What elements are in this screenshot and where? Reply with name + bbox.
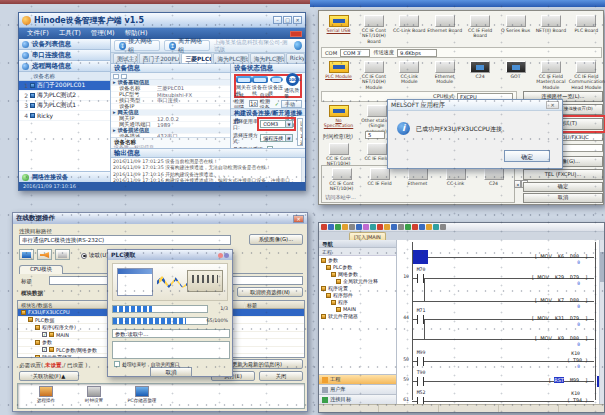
- ladder-rung[interactable]: 61M52K10( T94 )0: [397, 388, 594, 404]
- sidebar-section-0[interactable]: 设备列表信息: [19, 39, 110, 50]
- toolbar-icon[interactable]: [328, 224, 334, 230]
- toolbar-icon[interactable]: [426, 224, 432, 230]
- interface-item[interactable]: Ethernet Module: [427, 61, 462, 85]
- dialog-titlebar[interactable]: 在线数据操作 ✕: [13, 213, 307, 224]
- toolbar-icon[interactable]: [342, 224, 348, 230]
- tree-item[interactable]: 网络参数: [319, 271, 396, 278]
- cancel-button[interactable]: 取消: [150, 367, 192, 377]
- ladder-rung[interactable]: [ MOV K7 D80 ]0: [397, 288, 594, 308]
- progress-result-list[interactable]: [112, 341, 230, 359]
- interval-input[interactable]: 10: [249, 100, 257, 107]
- interface-item[interactable]: CC IE Field Master/Local Module: [533, 61, 568, 90]
- com-port-select[interactable]: COM3▼: [260, 120, 293, 128]
- tree-item[interactable]: 程序: [319, 299, 396, 306]
- dialog-titlebar[interactable]: PLC读取: [108, 250, 232, 260]
- toolbar-icon[interactable]: [377, 224, 383, 230]
- interface-item[interactable]: Serial USB: [321, 15, 356, 33]
- edit-cursor-cell[interactable]: [413, 250, 428, 264]
- close-icon[interactable]: ✕: [293, 215, 304, 223]
- menu-item[interactable]: 文件(F): [22, 29, 54, 38]
- menu-item[interactable]: 管理(M): [86, 29, 120, 38]
- toolbar-icon[interactable]: [335, 224, 341, 230]
- ladder-rung[interactable]: [ MOV K6 D80 ]0: [397, 244, 594, 264]
- maximize-button[interactable]: □: [283, 16, 292, 24]
- route-item[interactable]: Ethernet: [400, 168, 435, 186]
- interface-item[interactable]: GOT: [498, 61, 533, 79]
- manual-check-button[interactable]: 手动检测设备在线: [281, 100, 302, 108]
- ok-button[interactable]: 确定: [523, 182, 603, 192]
- document-tab[interactable]: [写入]MAIN: [349, 232, 386, 240]
- tree-item[interactable]: 程序部件: [319, 292, 396, 299]
- device-row[interactable]: 1西门子200PLC01: [19, 81, 110, 91]
- auto-close-checkbox[interactable]: [114, 361, 120, 367]
- dialog-ok-button[interactable]: 确定: [504, 150, 550, 162]
- monitor-icon-button[interactable]: [19, 249, 34, 260]
- ladder-rung[interactable]: 44M71[ MOV K31 D79 ]0: [397, 306, 594, 326]
- route-item[interactable]: CC IE Field: [362, 168, 397, 186]
- tree-item[interactable]: 程序设置: [319, 285, 396, 292]
- related-function-2[interactable]: PC存储器整理: [120, 386, 164, 403]
- interface-item[interactable]: CC IE Field Communication Head Module: [569, 61, 604, 90]
- interface-item[interactable]: CC-Link Board: [392, 15, 427, 33]
- toolbar-icon[interactable]: [433, 224, 439, 230]
- menu-item[interactable]: 工具(T): [54, 29, 86, 38]
- checkbox[interactable]: ✓: [42, 347, 47, 352]
- nav-button-用户库[interactable]: 用户库: [319, 384, 396, 394]
- interface-item[interactable]: PLC Board: [569, 15, 604, 33]
- interface-item[interactable]: CC IE Cont NET/10(H) Board: [356, 15, 391, 44]
- com-port-field[interactable]: COM 3: [340, 49, 370, 57]
- toolbar-icon[interactable]: [370, 224, 376, 230]
- station-item[interactable]: No Specification: [321, 105, 356, 129]
- dialog-titlebar[interactable]: MELSOFT 应用程序 ✕: [388, 100, 562, 111]
- chevron-down-icon[interactable]: ▼: [285, 135, 292, 141]
- nav-button-连接目标[interactable]: 连接目标: [319, 394, 396, 404]
- ladder-rung[interactable]: [ MOV K9 D80 ]0: [397, 326, 594, 346]
- cancel-button[interactable]: 取消: [523, 193, 603, 203]
- radio-读取(U)[interactable]: 读取(U): [81, 252, 108, 259]
- close-icon[interactable]: ✕: [546, 101, 559, 109]
- toolbar-icon[interactable]: [440, 224, 446, 230]
- tree-item[interactable]: 参数: [319, 257, 396, 264]
- chevron-down-icon[interactable]: ▼: [285, 121, 292, 127]
- interface-item[interactable]: C24: [463, 61, 498, 79]
- vertical-scrollbar[interactable]: [599, 240, 604, 404]
- toolbar-icon[interactable]: [356, 224, 362, 230]
- device-tab[interactable]: 海为PLC测试2: [213, 53, 248, 63]
- join-network-button[interactable]: ↧ 接入网络组: [114, 40, 160, 51]
- minimize-icon[interactable]: [218, 253, 223, 258]
- nav-button-工程[interactable]: 工程: [319, 374, 396, 384]
- toolbar-icon[interactable]: [405, 224, 411, 230]
- display-icon-button[interactable]: [55, 249, 70, 260]
- sidebar-item-network-devices[interactable]: 网络连接设备: [19, 171, 110, 182]
- ladder-rung[interactable]: 10M70[ MOV K29 D79 ]0: [397, 265, 594, 285]
- tree-item[interactable]: 软元件存储器: [319, 313, 396, 320]
- arrow-left-icon[interactable]: ◂: [514, 180, 521, 188]
- device-tab[interactable]: 三菱PLC08: [181, 53, 212, 63]
- device-tab[interactable]: 海为PLC测试1: [250, 53, 285, 63]
- toolbar-icon[interactable]: [349, 224, 355, 230]
- sidebar-section-2[interactable]: 远程网络信息: [19, 61, 110, 72]
- toolbar-icon[interactable]: [391, 224, 397, 230]
- ladder-edit-area[interactable]: [ MOV K6 D80 ]010M70[ MOV K29 D79 ]0[ MO…: [397, 240, 604, 404]
- ladder-rung[interactable]: 50M99K10( T90 )0: [397, 348, 594, 368]
- interface-item[interactable]: Ethernet Board: [427, 15, 462, 33]
- interface-item[interactable]: CC IE Cont NET/10(H) Module: [356, 61, 391, 90]
- expand-all-icon[interactable]: [113, 74, 119, 79]
- toolbar-icon[interactable]: [398, 224, 404, 230]
- route-item[interactable]: CC-Link: [438, 168, 473, 186]
- close-button[interactable]: 关闭: [259, 371, 303, 381]
- system-image-button[interactable]: 系统图像(G)...: [249, 234, 303, 245]
- device-row[interactable]: 2海为PLC测试2: [19, 91, 110, 101]
- toolbar-icon[interactable]: [321, 224, 327, 230]
- tree-item[interactable]: PLC参数: [319, 264, 396, 271]
- toolbar-icon[interactable]: [419, 224, 425, 230]
- device-tab[interactable]: Ricky: [286, 53, 305, 63]
- time-check-field[interactable]: 5: [365, 131, 385, 139]
- connect-mode-select[interactable]: 编程连接▼: [260, 134, 293, 142]
- interface-item[interactable]: Q Series Bus: [498, 15, 533, 33]
- col-title[interactable]: 标题: [244, 302, 304, 308]
- tab-cpu-module[interactable]: CPU模块: [19, 265, 63, 274]
- device-tab[interactable]: 西门子200PLC01: [139, 53, 181, 63]
- related-function-1[interactable]: 时钟设置: [72, 386, 116, 403]
- baud-field[interactable]: 9.6Kbps: [397, 49, 437, 57]
